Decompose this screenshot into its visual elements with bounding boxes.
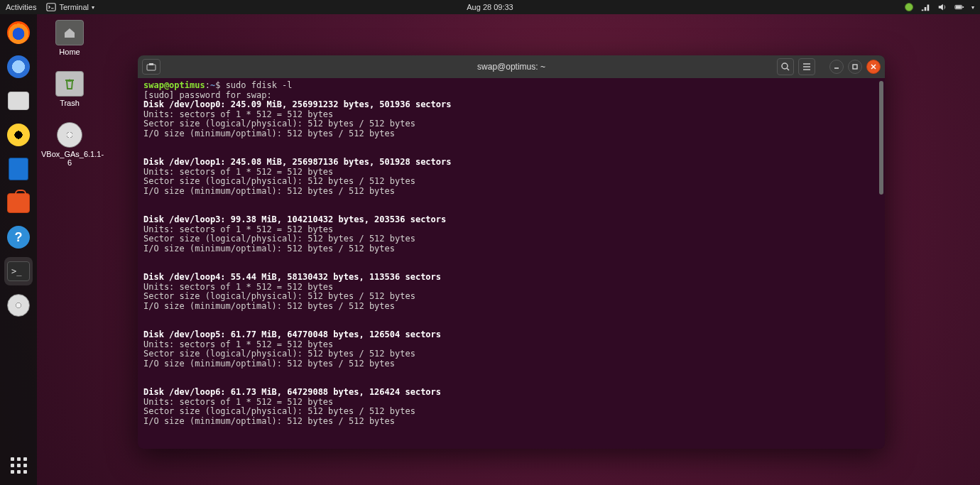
terminal-line: Sector size (logical/physical): 512 byte… xyxy=(143,234,875,244)
dock-disks[interactable] xyxy=(4,291,33,320)
svg-rect-0 xyxy=(47,4,55,11)
svg-rect-2 xyxy=(956,6,962,9)
terminal-line: Units: sectors of 1 * 512 = 512 bytes xyxy=(143,398,875,408)
desktop-icon-home[interactable]: Home xyxy=(41,20,98,56)
disk-header: Disk /dev/loop3: 99.38 MiB, 104210432 by… xyxy=(143,215,875,225)
new-tab-icon xyxy=(146,62,156,71)
battery-icon[interactable] xyxy=(954,2,964,12)
svg-rect-7 xyxy=(853,65,857,69)
terminal-line: Sector size (logical/physical): 512 byte… xyxy=(143,119,875,129)
chevron-down-icon: ▾ xyxy=(92,4,94,11)
dock-terminal[interactable]: >_ xyxy=(4,257,33,285)
terminal-icon: >_ xyxy=(7,261,30,281)
files-icon xyxy=(8,92,29,110)
terminal-line: I/O size (minimum/optimal): 512 bytes / … xyxy=(143,129,875,139)
desktop-icon-cd[interactable]: VBox_GAs_6.1.1-6 xyxy=(41,122,98,167)
svg-rect-5 xyxy=(149,63,153,65)
dock-writer[interactable] xyxy=(4,155,33,183)
app-menu[interactable]: Terminal ▾ xyxy=(46,2,94,12)
desktop-icon-label: Trash xyxy=(41,99,98,107)
app-menu-label: Terminal xyxy=(59,3,89,11)
svg-rect-3 xyxy=(962,6,964,8)
close-icon xyxy=(870,63,877,70)
close-button[interactable] xyxy=(866,60,881,74)
home-folder-icon xyxy=(55,20,84,45)
top-bar: Activities Terminal ▾ Aug 28 09:33 ▾ xyxy=(0,0,980,14)
cd-icon xyxy=(57,122,82,148)
dock-files[interactable] xyxy=(4,87,33,115)
terminal-line: Sector size (logical/physical): 512 byte… xyxy=(143,177,875,187)
activities-button[interactable]: Activities xyxy=(6,3,36,11)
dock-firefox[interactable] xyxy=(4,18,33,47)
software-icon xyxy=(7,193,30,213)
disk-header: Disk /dev/loop0: 245.09 MiB, 256991232 b… xyxy=(143,100,875,110)
disks-icon xyxy=(7,294,30,317)
titlebar[interactable]: swap@optimus: ~ xyxy=(138,55,885,78)
writer-icon xyxy=(9,158,28,180)
help-icon: ? xyxy=(7,226,30,249)
maximize-button[interactable] xyxy=(848,60,862,74)
new-tab-button[interactable] xyxy=(142,59,160,75)
minimize-button[interactable] xyxy=(829,60,844,74)
terminal-line: I/O size (minimum/optimal): 512 bytes / … xyxy=(143,187,875,197)
disk-header: Disk /dev/loop4: 55.44 MiB, 58130432 byt… xyxy=(143,273,875,283)
firefox-icon xyxy=(7,21,30,44)
minimize-icon xyxy=(833,63,840,70)
network-icon[interactable] xyxy=(920,2,930,12)
terminal-line: I/O size (minimum/optimal): 512 bytes / … xyxy=(143,359,875,369)
update-available-icon[interactable] xyxy=(905,3,913,11)
dock: ? >_ xyxy=(0,14,37,485)
menu-button[interactable] xyxy=(798,58,815,75)
terminal-line: swap@optimus:~$ sudo fdisk -l xyxy=(143,81,875,91)
terminal-body[interactable]: swap@optimus:~$ sudo fdisk -l [sudo] pas… xyxy=(138,78,885,449)
terminal-line: Sector size (logical/physical): 512 byte… xyxy=(143,349,875,359)
desktop-icon-label: Home xyxy=(41,48,98,56)
volume-icon[interactable] xyxy=(937,2,947,12)
desktop-icon-label: VBox_GAs_6.1.1-6 xyxy=(41,150,98,167)
trash-icon xyxy=(55,71,84,97)
disk-header: Disk /dev/loop5: 61.77 MiB, 64770048 byt… xyxy=(143,330,875,340)
svg-rect-4 xyxy=(147,65,156,70)
dock-thunderbird[interactable] xyxy=(4,53,33,81)
rhythmbox-icon xyxy=(7,124,30,146)
terminal-line: I/O size (minimum/optimal): 512 bytes / … xyxy=(143,244,875,254)
apps-grid-icon xyxy=(11,457,27,474)
search-button[interactable] xyxy=(777,58,794,75)
scrollbar-thumb[interactable] xyxy=(879,81,883,195)
terminal-line: I/O size (minimum/optimal): 512 bytes / … xyxy=(143,417,875,427)
terminal-line: Units: sectors of 1 * 512 = 512 bytes xyxy=(143,110,875,120)
system-menu-chevron-icon[interactable]: ▾ xyxy=(971,4,974,11)
thunderbird-icon xyxy=(7,55,30,78)
disk-header: Disk /dev/loop1: 245.08 MiB, 256987136 b… xyxy=(143,158,875,168)
disk-header: Disk /dev/loop6: 61.73 MiB, 64729088 byt… xyxy=(143,388,875,398)
terminal-icon xyxy=(46,2,56,12)
desktop-icon-trash[interactable]: Trash xyxy=(41,71,98,107)
terminal-line: [sudo] password for swap: xyxy=(143,91,875,101)
terminal-line: Sector size (logical/physical): 512 byte… xyxy=(143,407,875,417)
clock[interactable]: Aug 28 09:33 xyxy=(467,3,513,11)
terminal-line: I/O size (minimum/optimal): 512 bytes / … xyxy=(143,302,875,312)
search-icon xyxy=(780,62,790,72)
terminal-line: Units: sectors of 1 * 512 = 512 bytes xyxy=(143,168,875,178)
terminal-line: Units: sectors of 1 * 512 = 512 bytes xyxy=(143,225,875,235)
window-title: swap@optimus: ~ xyxy=(477,62,545,72)
svg-point-6 xyxy=(782,63,788,69)
maximize-icon xyxy=(851,63,859,70)
hamburger-icon xyxy=(802,62,812,72)
dock-rhythmbox[interactable] xyxy=(4,121,33,149)
dock-show-applications[interactable] xyxy=(4,451,33,479)
home-icon xyxy=(63,27,76,38)
terminal-window: swap@optimus: ~ swap@optimus:~$ sudo fdi… xyxy=(138,55,885,449)
terminal-line: Sector size (logical/physical): 512 byte… xyxy=(143,292,875,302)
dock-help[interactable]: ? xyxy=(4,223,33,251)
dock-software[interactable] xyxy=(4,189,33,217)
terminal-line: Units: sectors of 1 * 512 = 512 bytes xyxy=(143,283,875,293)
terminal-line: Units: sectors of 1 * 512 = 512 bytes xyxy=(143,340,875,350)
